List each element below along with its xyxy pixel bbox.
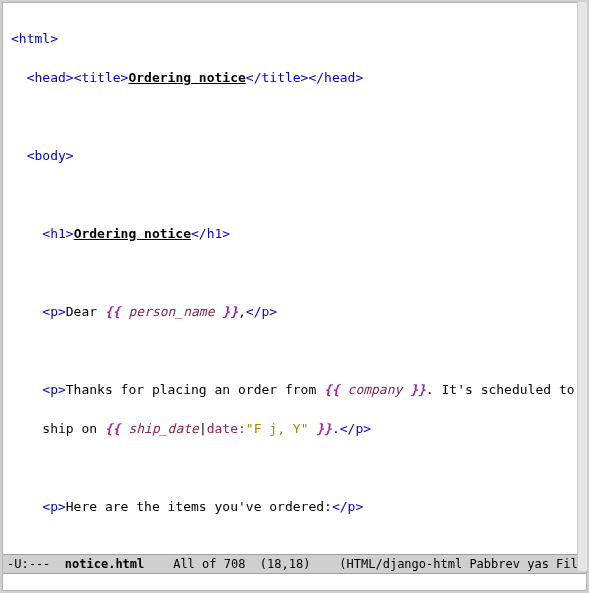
modeline-position: All of 708 (18,18) (152, 555, 340, 573)
dd-open: {{ (105, 304, 121, 319)
tag-title-close: </title> (246, 70, 309, 85)
mini-buffer[interactable] (3, 574, 586, 590)
var-company: company (340, 382, 410, 397)
var-ship-date: ship_date (121, 421, 199, 436)
tag-p-close: </p> (246, 304, 277, 319)
tag-p-close: </p> (340, 421, 371, 436)
dd-close: }} (222, 304, 238, 319)
blank-line (11, 458, 578, 478)
blank-line (11, 341, 578, 361)
text-here-items: Here are the items you've ordered: (66, 499, 332, 514)
var-person-name: person_name (121, 304, 223, 319)
code-buffer[interactable]: <html> <head><title>Ordering notice</tit… (3, 3, 586, 554)
text-comma: , (238, 304, 246, 319)
right-fringe (577, 2, 587, 571)
filter-date: date: (207, 421, 246, 436)
blank-line (11, 185, 578, 205)
tag-body-open: <body> (27, 148, 74, 163)
blank-line (11, 536, 578, 555)
text-thanks1: Thanks for placing an order from (66, 382, 324, 397)
tag-h1-open: <h1> (42, 226, 73, 241)
pipe: | (199, 421, 207, 436)
mode-line[interactable]: -U:--- notice.html All of 708 (18,18) (H… (3, 554, 586, 574)
tag-title-open: <title> (74, 70, 129, 85)
tag-h1-close: </h1> (191, 226, 230, 241)
code-line: <body> (11, 146, 578, 166)
code-line: <p>Here are the items you've ordered:</p… (11, 497, 578, 517)
code-line: <p>Thanks for placing an order from {{ c… (11, 380, 578, 400)
code-line: <head><title>Ordering notice</title></he… (11, 68, 578, 88)
modeline-buffer-name: notice.html (58, 555, 152, 573)
dd-close: }} (316, 421, 332, 436)
title-text: Ordering notice (128, 70, 245, 85)
code-line: ship on {{ ship_date|date:"F j, Y" }}.</… (11, 419, 578, 439)
emacs-frame: <html> <head><title>Ordering notice</tit… (2, 2, 587, 591)
modeline-modes: (HTML/django-html Pabbrev yas Fill)-- (339, 555, 586, 573)
text-ship-on: ship on (42, 421, 105, 436)
dd-open: {{ (324, 382, 340, 397)
h1-text: Ordering notice (74, 226, 191, 241)
tag-head-close: </head> (308, 70, 363, 85)
code-line: <p>Dear {{ person_name }},</p> (11, 302, 578, 322)
tag-p-open: <p> (42, 499, 65, 514)
tag-head-open: <head> (27, 70, 74, 85)
code-line: <html> (11, 29, 578, 49)
modeline-status: -U:--- (7, 555, 58, 573)
code-line: <h1>Ordering notice</h1> (11, 224, 578, 244)
text-thanks2: . It's scheduled to (426, 382, 575, 397)
dd-open: {{ (105, 421, 121, 436)
tag-html-open: <html> (11, 31, 58, 46)
str-date-fmt: "F j, Y" (246, 421, 316, 436)
text-period: . (332, 421, 340, 436)
tag-p-open: <p> (42, 304, 65, 319)
blank-line (11, 263, 578, 283)
tag-p-close: </p> (332, 499, 363, 514)
blank-line (11, 107, 578, 127)
tag-p-open: <p> (42, 382, 65, 397)
text-dear: Dear (66, 304, 105, 319)
dd-close: }} (410, 382, 426, 397)
